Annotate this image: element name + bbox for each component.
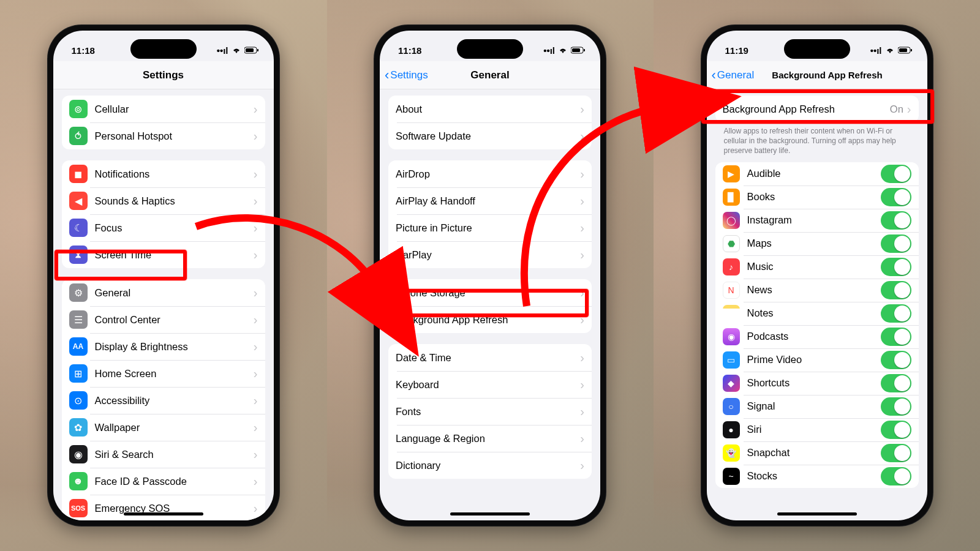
chevron-right-icon: › bbox=[254, 367, 258, 381]
row-face-id-passcode[interactable]: ☻Face ID & Passcode› bbox=[62, 468, 265, 495]
row-emergency-sos[interactable]: SOSEmergency SOS› bbox=[62, 495, 265, 520]
home-indicator[interactable] bbox=[124, 512, 203, 515]
row-app-audible[interactable]: ▶Audible bbox=[715, 162, 919, 186]
row-app-siri[interactable]: ●Siri bbox=[715, 418, 919, 441]
row-label: Display & Brightness bbox=[95, 341, 254, 353]
row-app-signal[interactable]: ○Signal bbox=[715, 395, 919, 418]
row-sounds-haptics[interactable]: ◀Sounds & Haptics› bbox=[62, 187, 265, 214]
row-label: Personal Hotspot bbox=[95, 130, 254, 142]
row-app-instagram[interactable]: ◯Instagram bbox=[715, 209, 919, 232]
toggle-switch[interactable] bbox=[881, 444, 911, 462]
status-time: 11:18 bbox=[398, 45, 421, 56]
home-indicator[interactable] bbox=[777, 512, 857, 515]
toggle-switch[interactable] bbox=[881, 188, 911, 206]
status-time: 11:19 bbox=[725, 45, 748, 56]
toggle-switch[interactable] bbox=[881, 421, 911, 439]
highlight-master-toggle bbox=[701, 89, 934, 124]
chevron-right-icon: › bbox=[254, 501, 258, 515]
app-icon: ♪ bbox=[723, 258, 740, 276]
chevron-right-icon: › bbox=[254, 167, 258, 181]
toggle-switch[interactable] bbox=[881, 211, 911, 230]
svg-rect-2 bbox=[257, 49, 258, 51]
row-dictionary[interactable]: Dictionary› bbox=[388, 452, 592, 479]
row-label: Wallpaper bbox=[95, 422, 254, 433]
home-indicator[interactable] bbox=[450, 512, 530, 515]
row-app-prime-video[interactable]: ▭Prime Video bbox=[715, 348, 919, 372]
dynamic-island bbox=[457, 39, 523, 59]
chevron-left-icon: ‹ bbox=[712, 69, 716, 82]
row-label: Maps bbox=[747, 238, 881, 249]
navbar: ‹ Settings General bbox=[380, 61, 600, 89]
toggle-switch[interactable] bbox=[881, 165, 911, 183]
row-siri-search[interactable]: ◉Siri & Search› bbox=[62, 441, 265, 468]
row-label: Sounds & Haptics bbox=[95, 195, 254, 207]
row-label: Siri bbox=[747, 424, 881, 435]
toggle-switch[interactable] bbox=[881, 467, 911, 485]
gear-icon: ⚙ bbox=[69, 283, 88, 302]
app-icon: ⬣ bbox=[723, 235, 740, 252]
section-footer: Allow apps to refresh their content when… bbox=[715, 122, 919, 156]
row-app-books[interactable]: ▉Books bbox=[715, 186, 919, 209]
row-app-notes[interactable]: Notes bbox=[715, 302, 919, 325]
row-label: Language & Region bbox=[396, 433, 580, 444]
row-label: Shortcuts bbox=[747, 377, 881, 389]
row-app-maps[interactable]: ⬣Maps bbox=[715, 232, 919, 255]
toggle-switch[interactable] bbox=[881, 351, 911, 369]
app-icon: ◉ bbox=[723, 328, 740, 345]
row-label: News bbox=[747, 284, 881, 296]
row-date-time[interactable]: Date & Time› bbox=[388, 344, 592, 371]
svg-rect-4 bbox=[572, 48, 580, 52]
toggle-switch[interactable] bbox=[881, 397, 911, 416]
row-home-screen[interactable]: ⊞Home Screen› bbox=[62, 360, 265, 387]
toggle-switch[interactable] bbox=[881, 281, 911, 299]
cellular-icon: ••ıl bbox=[217, 45, 228, 56]
chevron-right-icon: › bbox=[580, 459, 584, 473]
app-icon: ◯ bbox=[723, 212, 740, 229]
toggle-switch[interactable] bbox=[881, 258, 911, 276]
AA-icon: AA bbox=[69, 337, 88, 356]
row-personal-hotspot[interactable]: ⥀Personal Hotspot› bbox=[62, 122, 265, 149]
row-app-stocks[interactable]: ~Stocks bbox=[715, 465, 919, 488]
cellular-icon: ••ıl bbox=[870, 45, 882, 56]
row-language-region[interactable]: Language & Region› bbox=[388, 425, 592, 452]
row-app-music[interactable]: ♪Music bbox=[715, 255, 919, 279]
arrow-2 bbox=[521, 92, 680, 312]
back-button[interactable]: ‹ General bbox=[712, 69, 755, 82]
face-icon: ☻ bbox=[69, 472, 88, 490]
app-icon: N bbox=[723, 282, 740, 299]
highlight-general bbox=[55, 250, 187, 280]
row-wallpaper[interactable]: ✿Wallpaper› bbox=[62, 414, 265, 441]
row-notifications[interactable]: ◼Notifications› bbox=[62, 160, 265, 187]
back-label: Settings bbox=[390, 69, 428, 81]
row-display-brightness[interactable]: AADisplay & Brightness› bbox=[62, 333, 265, 360]
app-icon: ○ bbox=[723, 398, 740, 415]
row-app-snapchat[interactable]: 👻Snapchat bbox=[715, 441, 919, 465]
row-app-shortcuts[interactable]: ◆Shortcuts bbox=[715, 372, 919, 395]
row-accessibility[interactable]: ⊙Accessibility› bbox=[62, 387, 265, 414]
status-time: 11:18 bbox=[72, 45, 95, 56]
row-label: Stocks bbox=[747, 470, 881, 482]
row-cellular[interactable]: ⊚Cellular› bbox=[62, 96, 265, 122]
row-keyboard[interactable]: Keyboard› bbox=[388, 371, 592, 398]
back-button[interactable]: ‹ Settings bbox=[385, 69, 428, 82]
link-icon: ⥀ bbox=[69, 127, 88, 145]
svg-rect-5 bbox=[584, 49, 585, 51]
chevron-right-icon: › bbox=[254, 474, 258, 489]
chevron-right-icon: › bbox=[580, 351, 584, 365]
row-label: Accessibility bbox=[95, 395, 254, 407]
toggle-switch[interactable] bbox=[881, 374, 911, 392]
row-label: Date & Time bbox=[396, 352, 580, 364]
toggle-switch[interactable] bbox=[881, 234, 911, 253]
row-label: Audible bbox=[747, 168, 881, 179]
chevron-right-icon: › bbox=[580, 432, 584, 446]
toggle-switch[interactable] bbox=[881, 328, 911, 346]
siri-icon: ◉ bbox=[69, 445, 88, 463]
chevron-right-icon: › bbox=[254, 448, 258, 462]
app-icon: ▉ bbox=[723, 189, 740, 206]
row-app-podcasts[interactable]: ◉Podcasts bbox=[715, 325, 919, 348]
toggle-switch[interactable] bbox=[881, 304, 911, 323]
battery-icon bbox=[571, 45, 586, 56]
row-fonts[interactable]: Fonts› bbox=[388, 398, 592, 425]
bell-icon: ◼ bbox=[69, 165, 88, 183]
row-app-news[interactable]: NNews bbox=[715, 279, 919, 302]
